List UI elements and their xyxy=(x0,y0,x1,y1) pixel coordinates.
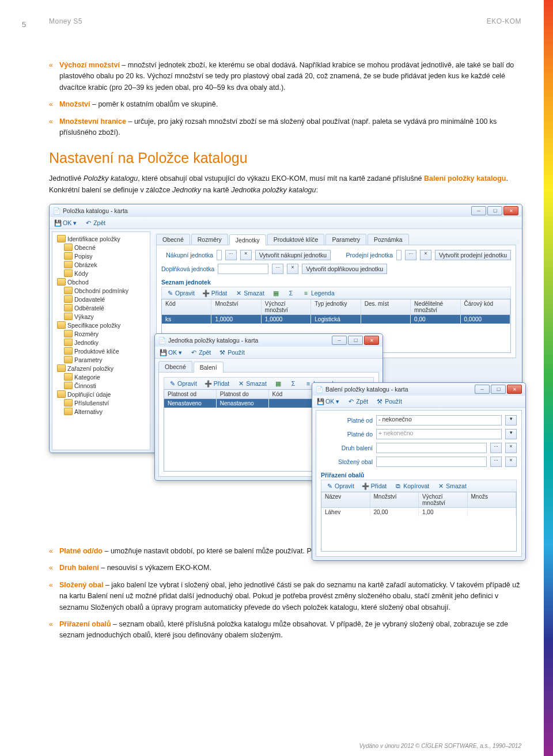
apply-button[interactable]: ⚒Použít xyxy=(374,397,404,405)
lookup-button[interactable]: ··· xyxy=(225,250,237,260)
lookup-button[interactable]: ··· xyxy=(490,443,502,453)
column-header[interactable]: Čárový kód xyxy=(461,299,510,314)
tree-node[interactable]: Alternativy xyxy=(54,407,149,416)
minimize-button[interactable]: ─ xyxy=(332,336,347,345)
dropdown-button[interactable]: ▾ xyxy=(505,415,517,426)
input-slozeny-obal[interactable] xyxy=(376,457,487,467)
tree-node[interactable]: Činnosti xyxy=(54,381,149,390)
sum-button[interactable]: Σ xyxy=(286,289,296,297)
copy-button[interactable]: ⧉Kopírovat xyxy=(393,482,431,490)
clear-button[interactable]: × xyxy=(287,264,298,274)
lookup-button[interactable]: ··· xyxy=(490,457,502,467)
input-doplnkova-jednotka[interactable] xyxy=(218,264,268,274)
delete-button[interactable]: ✕Smazat xyxy=(435,482,468,490)
input-druh-baleni[interactable] xyxy=(376,443,487,453)
tree-node[interactable]: Produktové klíče xyxy=(54,347,149,355)
maximize-button[interactable]: ☐ xyxy=(487,206,502,215)
tab-obecné[interactable]: Obecné xyxy=(156,234,190,245)
back-button[interactable]: ↶Zpět xyxy=(83,219,107,227)
tree-node[interactable]: Specifikace položky xyxy=(54,321,149,329)
minimize-button[interactable]: ─ xyxy=(471,206,486,215)
lookup-button[interactable]: ··· xyxy=(272,264,283,274)
column-header[interactable]: Des. míst xyxy=(361,299,411,314)
tree-node[interactable]: Kategorie xyxy=(54,373,149,381)
delete-button[interactable]: ✕Smazat xyxy=(233,289,266,297)
tree-node[interactable]: Kódy xyxy=(54,269,149,278)
column-header[interactable]: Výchozí množství xyxy=(419,492,468,507)
btn-vytvorit-nakupni[interactable]: Vytvořit nákupní jednotku xyxy=(255,250,331,260)
edit-button[interactable]: ✎Opravit xyxy=(167,379,199,388)
input-nakupni-jednotka[interactable] xyxy=(217,250,222,260)
column-header[interactable]: Typ jednotky xyxy=(311,299,361,314)
table-row[interactable]: ks1,00001,0000Logistická0,000,0000 xyxy=(162,315,510,324)
legend-button[interactable]: ≡Legenda xyxy=(301,289,336,297)
tree-node[interactable]: Příslušenství xyxy=(54,398,149,407)
back-button[interactable]: ↶Zpět xyxy=(188,348,213,356)
close-button[interactable]: ✕ xyxy=(503,206,518,215)
tree-node[interactable]: Obchodní podmínky xyxy=(54,286,149,295)
dropdown-button[interactable]: ▾ xyxy=(505,429,517,439)
column-header[interactable]: Platnost od xyxy=(164,390,217,398)
sum-button[interactable]: Σ xyxy=(288,379,298,388)
excel-button[interactable]: ▦ xyxy=(273,379,283,388)
maximize-button[interactable]: ☐ xyxy=(348,336,363,345)
add-button[interactable]: ➕Přidat xyxy=(361,482,388,490)
tab-jednotky[interactable]: Jednotky xyxy=(229,234,266,245)
clear-button[interactable]: × xyxy=(505,443,517,453)
tab-balení[interactable]: Balení xyxy=(194,362,224,373)
tab-parametry[interactable]: Parametry xyxy=(325,234,366,245)
input-platne-do[interactable]: + nekonečno xyxy=(376,429,502,439)
minimize-button[interactable]: ─ xyxy=(475,385,490,394)
tree-node[interactable]: Obrázek xyxy=(54,260,149,269)
navigation-tree[interactable]: Identifikace položkyObecnéPopisyObrázekK… xyxy=(52,231,150,450)
close-button[interactable]: ✕ xyxy=(364,336,379,345)
tree-node[interactable]: Jednotky xyxy=(54,338,149,347)
column-header[interactable]: Výchozí množství xyxy=(262,299,311,314)
column-header[interactable]: Množství xyxy=(211,299,261,314)
edit-button[interactable]: ✎Opravit xyxy=(324,482,356,490)
back-button[interactable]: ↶Zpět xyxy=(346,397,370,405)
tree-node[interactable]: Rozměry xyxy=(54,329,149,338)
ok-button[interactable]: 💾OK ▾ xyxy=(52,219,78,227)
tree-node[interactable]: Obecné xyxy=(54,243,149,252)
column-header[interactable]: Množs xyxy=(468,492,517,507)
ok-button[interactable]: 💾OK ▾ xyxy=(315,397,341,405)
column-header[interactable]: Nedělitelné množství xyxy=(411,299,460,314)
tree-node[interactable]: Dodavatelé xyxy=(54,295,149,303)
tree-node[interactable]: Parametry xyxy=(54,355,149,364)
close-button[interactable]: ✕ xyxy=(507,385,522,394)
tab-produktové klíče[interactable]: Produktové klíče xyxy=(267,234,325,245)
tree-node[interactable]: Odběratelé xyxy=(54,303,149,312)
add-button[interactable]: ➕Přidat xyxy=(203,379,231,388)
tree-node[interactable]: Zařazení položky xyxy=(54,364,149,373)
clear-button[interactable]: × xyxy=(505,457,517,467)
excel-button[interactable]: ▦ xyxy=(271,289,281,297)
tree-node[interactable]: Obchod xyxy=(54,278,149,286)
tab-poznámka[interactable]: Poznámka xyxy=(368,234,409,245)
column-header[interactable]: Kód xyxy=(162,299,211,314)
clear-button[interactable]: × xyxy=(420,250,431,260)
btn-vytvorit-prodejni[interactable]: Vytvořit prodejní jednotku xyxy=(435,250,511,260)
obaly-grid[interactable]: NázevMnožstvíVýchozí množstvíMnožs Láhev… xyxy=(321,492,517,552)
column-header[interactable]: Množství xyxy=(370,492,419,507)
column-header[interactable]: Platnost do xyxy=(217,390,269,398)
tree-node[interactable]: Výkazy xyxy=(54,312,149,321)
ok-button[interactable]: 💾OK ▾ xyxy=(158,348,184,356)
tab-obecné[interactable]: Obecné xyxy=(158,361,192,372)
tree-node[interactable]: Identifikace položky xyxy=(54,234,149,243)
input-platne-od[interactable]: - nekonečno xyxy=(376,415,502,426)
apply-button[interactable]: ⚒Použít xyxy=(217,348,247,356)
column-header[interactable]: Název xyxy=(321,492,370,507)
edit-button[interactable]: ✎Opravit xyxy=(165,289,196,297)
maximize-button[interactable]: ☐ xyxy=(491,385,506,394)
btn-vytvorit-doplnkovou[interactable]: Vytvořit doplňkovou jednotku xyxy=(302,264,387,274)
add-button[interactable]: ➕Přidat xyxy=(201,289,229,297)
lookup-button[interactable]: ··· xyxy=(405,250,416,260)
tab-rozměry[interactable]: Rozměry xyxy=(191,234,228,245)
input-prodejni-jednotka[interactable] xyxy=(396,250,402,260)
clear-button[interactable]: × xyxy=(240,250,252,260)
delete-button[interactable]: ✕Smazat xyxy=(236,379,268,388)
table-row[interactable]: Láhev20,001,00 xyxy=(321,508,516,516)
tree-node[interactable]: Popisy xyxy=(54,252,149,260)
tree-node[interactable]: Doplňující údaje xyxy=(54,390,149,398)
